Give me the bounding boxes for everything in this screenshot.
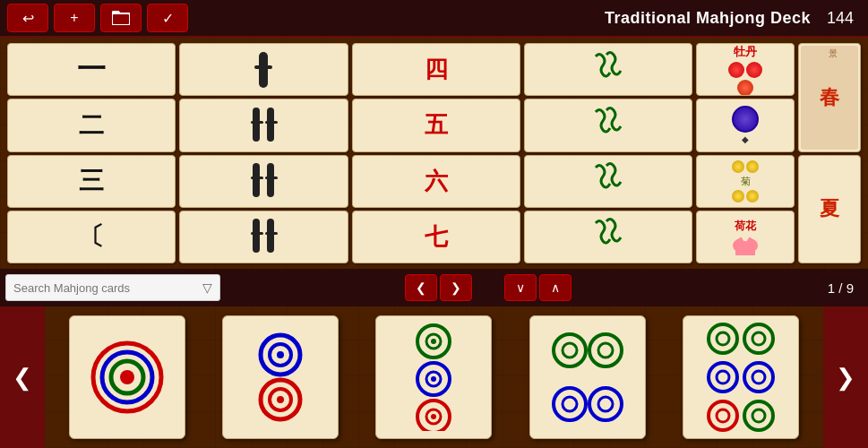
- green-bamboo-icon: [589, 214, 628, 259]
- green-bamboo-icon: [589, 47, 628, 92]
- svg-point-52: [744, 401, 773, 430]
- column-1: 一 二 三 〔: [7, 43, 176, 263]
- svg-rect-2: [254, 65, 272, 69]
- circle-6-icon: [700, 319, 781, 435]
- bottom-card-1[interactable]: [69, 315, 185, 439]
- svg-point-24: [277, 396, 284, 403]
- card-1-1[interactable]: 一: [7, 43, 176, 96]
- card-3-3[interactable]: 六: [352, 155, 520, 208]
- card-1-4[interactable]: 〔: [7, 211, 176, 263]
- bamboo-icon: [245, 103, 281, 148]
- card-4-3[interactable]: [524, 155, 692, 208]
- check-button[interactable]: ✓: [147, 4, 188, 32]
- svg-point-43: [717, 332, 729, 345]
- column-3: 四 五 六 七: [352, 43, 520, 263]
- flower-card-peony[interactable]: 牡丹: [696, 43, 795, 96]
- up-button[interactable]: ∧: [539, 274, 572, 301]
- svg-point-30: [431, 376, 436, 382]
- card-4-2[interactable]: [524, 99, 692, 151]
- folder-icon: [112, 11, 130, 25]
- svg-rect-6: [265, 121, 278, 124]
- circle-4-icon: [547, 323, 628, 431]
- card-1-3[interactable]: 三: [7, 155, 176, 208]
- svg-point-35: [563, 343, 577, 358]
- bottom-prev-button[interactable]: ❮: [0, 306, 45, 448]
- svg-point-41: [598, 397, 613, 411]
- card-1-2[interactable]: 二: [7, 99, 176, 151]
- column-4: [524, 43, 692, 263]
- bottom-card-3[interactable]: [375, 315, 492, 439]
- card-2-3[interactable]: [179, 155, 348, 208]
- svg-rect-10: [265, 177, 278, 179]
- back-button[interactable]: ↩: [7, 4, 48, 32]
- svg-point-46: [709, 363, 737, 392]
- svg-point-18: [120, 370, 134, 384]
- svg-point-49: [752, 371, 765, 383]
- card-2-1[interactable]: [179, 43, 348, 96]
- deck-title: Traditional Mahjong Deck: [605, 9, 811, 28]
- circle-1-icon: [87, 337, 168, 418]
- vertical-nav-group: ∨ ∧: [504, 274, 572, 301]
- svg-point-38: [554, 388, 586, 420]
- search-input[interactable]: [13, 281, 193, 295]
- season-card-summer[interactable]: 夏: [798, 155, 861, 264]
- circle-3-icon: [393, 323, 474, 431]
- next-button[interactable]: ❯: [440, 274, 472, 301]
- svg-point-48: [744, 363, 773, 392]
- bottom-next-button[interactable]: ❯: [823, 306, 868, 448]
- svg-rect-0: [112, 13, 130, 25]
- toolbar: ↩ + ✓ Traditional Mahjong Deck 144: [0, 0, 868, 38]
- svg-point-45: [752, 332, 765, 345]
- svg-rect-11: [253, 219, 260, 253]
- svg-point-53: [752, 409, 765, 422]
- svg-point-27: [431, 339, 436, 344]
- card-2-4[interactable]: [179, 211, 348, 263]
- flower-card-chrysanthemum[interactable]: 菊: [696, 155, 795, 208]
- season-card-spring[interactable]: 春 景: [798, 43, 861, 152]
- svg-rect-9: [251, 177, 263, 179]
- bamboo-icon: [245, 159, 281, 203]
- search-box[interactable]: ▽: [5, 274, 220, 301]
- middle-controls: ▽ ❮ ❯ ∨ ∧ 1 / 9: [0, 269, 868, 306]
- filter-icon[interactable]: ▽: [202, 280, 212, 295]
- bottom-card-4[interactable]: [529, 315, 646, 439]
- flower-card-blue[interactable]: ◆: [696, 99, 795, 151]
- svg-point-37: [598, 343, 613, 358]
- svg-point-33: [431, 414, 436, 419]
- svg-rect-12: [267, 219, 274, 253]
- flower-card-lotus[interactable]: 荷花: [696, 211, 795, 263]
- svg-point-51: [717, 409, 729, 422]
- column-seasons: 春 景 夏: [798, 43, 861, 263]
- prev-button[interactable]: ❮: [405, 274, 437, 301]
- card-3-1[interactable]: 四: [352, 43, 520, 96]
- bottom-area: ❮: [0, 306, 868, 448]
- down-button[interactable]: ∨: [504, 274, 537, 301]
- svg-rect-8: [267, 163, 274, 197]
- svg-rect-13: [251, 232, 263, 235]
- column-flowers: 牡丹 ◆ 菊: [696, 43, 795, 263]
- bottom-cards: [45, 306, 823, 448]
- green-bamboo-icon: [589, 103, 628, 148]
- svg-rect-3: [253, 108, 260, 142]
- bamboo-icon: [245, 214, 281, 259]
- svg-point-39: [563, 397, 577, 411]
- horizontal-nav-group: ❮ ❯: [405, 274, 472, 301]
- card-3-2[interactable]: 五: [352, 99, 520, 151]
- card-4-1[interactable]: [524, 43, 692, 96]
- svg-rect-1: [259, 52, 268, 88]
- svg-rect-5: [251, 121, 263, 124]
- svg-point-36: [589, 334, 622, 366]
- bottom-card-2[interactable]: [222, 315, 339, 439]
- card-3-4[interactable]: 七: [352, 211, 520, 263]
- svg-point-44: [744, 324, 773, 353]
- folder-button[interactable]: [100, 4, 142, 32]
- svg-rect-14: [265, 232, 278, 235]
- bottom-card-5[interactable]: [683, 315, 799, 439]
- svg-point-50: [709, 401, 737, 430]
- page-info: 1 / 9: [828, 280, 854, 296]
- card-4-4[interactable]: [524, 211, 692, 263]
- green-bamboo-icon: [589, 159, 628, 203]
- svg-point-42: [709, 324, 737, 353]
- card-2-2[interactable]: [179, 99, 348, 151]
- add-button[interactable]: +: [54, 4, 95, 32]
